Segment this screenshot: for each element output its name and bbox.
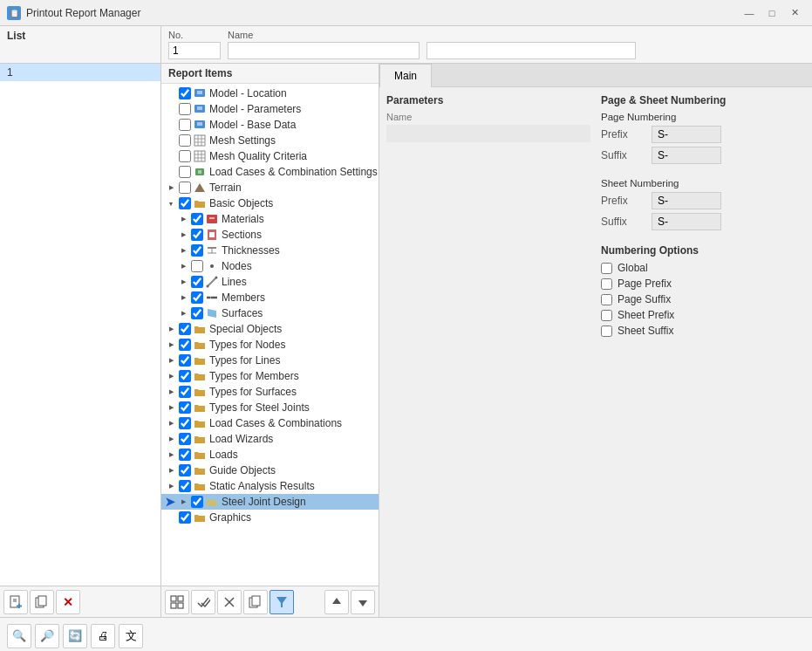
- checkbox-members[interactable]: [191, 291, 203, 304]
- find-button[interactable]: 🔎: [35, 624, 59, 648]
- tree-item-terrain[interactable]: ▶Terrain: [161, 180, 379, 195]
- move-down-button[interactable]: [351, 590, 375, 614]
- tree-item-mesh-quality[interactable]: Mesh Quality Criteria: [161, 148, 379, 164]
- tree-container[interactable]: Model - LocationModel - ParametersModel …: [161, 84, 379, 586]
- tree-item-types-nodes[interactable]: ▶Types for Nodes: [161, 337, 379, 353]
- expand-icon-guide-objects[interactable]: ▶: [165, 464, 177, 476]
- checkbox-types-nodes[interactable]: [179, 339, 191, 351]
- maximize-button[interactable]: □: [761, 3, 782, 24]
- expand-icon-load-cases-comb[interactable]: ▶: [165, 417, 177, 429]
- expand-icon-surfaces[interactable]: ▶: [177, 307, 189, 319]
- add-page-button[interactable]: [3, 590, 28, 614]
- checkbox-nodes[interactable]: [191, 260, 203, 272]
- expand-icon-nodes[interactable]: ▶: [177, 260, 189, 272]
- expand-icon-terrain[interactable]: ▶: [165, 182, 177, 194]
- move-up-button[interactable]: [324, 590, 349, 614]
- tree-item-graphics[interactable]: Graphics: [161, 510, 379, 525]
- tree-item-model-parameters[interactable]: Model - Parameters: [161, 101, 379, 117]
- checkbox-thicknesses[interactable]: [191, 244, 203, 257]
- checkbox-graphics[interactable]: [179, 511, 191, 524]
- list-item[interactable]: 1: [0, 64, 160, 81]
- checkbox-sections[interactable]: [191, 229, 203, 241]
- checkbox-terrain[interactable]: [179, 182, 191, 194]
- tree-item-basic-objects[interactable]: ▼Basic Objects: [161, 195, 379, 211]
- expand-icon-types-members[interactable]: ▶: [165, 370, 177, 382]
- expand-icon-static-analysis[interactable]: ▶: [165, 480, 177, 492]
- tree-item-load-cases[interactable]: Load Cases & Combination Settings: [161, 164, 379, 180]
- tree-item-guide-objects[interactable]: ▶Guide Objects: [161, 463, 379, 478]
- tree-item-members[interactable]: ▶IMembers: [161, 290, 379, 305]
- tree-item-sections[interactable]: ▶Sections: [161, 227, 379, 243]
- tree-item-nodes[interactable]: ▶Nodes: [161, 258, 379, 274]
- checkbox-mesh-settings[interactable]: [179, 134, 191, 147]
- numbering-checkbox-sheet-suffix[interactable]: [601, 326, 612, 337]
- checkbox-model-base-data[interactable]: [179, 119, 191, 131]
- expand-icon-thicknesses[interactable]: ▶: [177, 244, 189, 257]
- checkbox-loads[interactable]: [179, 449, 191, 461]
- numbering-checkbox-global[interactable]: [601, 263, 612, 274]
- checkbox-load-cases-comb[interactable]: [179, 417, 191, 429]
- expand-icon-types-lines[interactable]: ▶: [165, 354, 177, 367]
- checkbox-lines[interactable]: [191, 276, 203, 288]
- tree-item-types-members[interactable]: ▶Types for Members: [161, 368, 379, 384]
- checkbox-special-objects[interactable]: [179, 323, 191, 335]
- expand-icon-steel-joint[interactable]: ▶: [177, 496, 189, 508]
- expand-icon-special-objects[interactable]: ▶: [165, 323, 177, 335]
- expand-icon-sections[interactable]: ▶: [177, 229, 189, 241]
- refresh-button[interactable]: 🔄: [63, 624, 87, 648]
- checkbox-basic-objects[interactable]: [179, 197, 191, 209]
- checkbox-materials[interactable]: [191, 213, 203, 225]
- tree-item-thicknesses[interactable]: ▶Thicknesses: [161, 243, 379, 258]
- checkbox-types-members[interactable]: [179, 370, 191, 382]
- checkbox-load-wizards[interactable]: [179, 433, 191, 445]
- uncheck-all-button[interactable]: [217, 590, 242, 614]
- checkbox-model-location[interactable]: [179, 87, 191, 99]
- filter-button[interactable]: [270, 590, 294, 614]
- checkbox-steel-joint[interactable]: [191, 496, 203, 508]
- checkbox-types-lines[interactable]: [179, 354, 191, 367]
- print-button[interactable]: 🖨: [91, 624, 115, 648]
- minimize-button[interactable]: —: [739, 3, 760, 24]
- tree-item-special-objects[interactable]: ▶Special Objects: [161, 321, 379, 337]
- expand-icon-members[interactable]: ▶: [177, 291, 189, 304]
- tree-item-loads[interactable]: ▶Loads: [161, 447, 379, 463]
- tree-item-types-steel[interactable]: ▶Types for Steel Joints: [161, 400, 379, 415]
- language-button[interactable]: 文: [119, 624, 143, 648]
- checkbox-types-surfaces[interactable]: [179, 386, 191, 398]
- tree-item-steel-joint[interactable]: ➤▶Steel Joint Design: [161, 494, 379, 510]
- tree-item-load-cases-comb[interactable]: ▶Load Cases & Combinations: [161, 415, 379, 431]
- checkbox-model-parameters[interactable]: [179, 103, 191, 115]
- name-text-input[interactable]: [386, 125, 590, 142]
- check-all-button[interactable]: [191, 590, 215, 614]
- tree-item-mesh-settings[interactable]: Mesh Settings: [161, 133, 379, 148]
- numbering-checkbox-page-prefix[interactable]: [601, 278, 612, 290]
- expand-icon-basic-objects[interactable]: ▼: [165, 197, 177, 209]
- copy-page-button[interactable]: [30, 590, 54, 614]
- expand-icon-lines[interactable]: ▶: [177, 276, 189, 288]
- checkbox-load-cases[interactable]: [179, 166, 191, 178]
- tree-item-static-analysis[interactable]: ▶Static Analysis Results: [161, 478, 379, 494]
- extra-input[interactable]: [426, 42, 636, 59]
- tree-item-types-lines[interactable]: ▶Types for Lines: [161, 353, 379, 368]
- tree-item-lines[interactable]: ▶Lines: [161, 274, 379, 290]
- tree-item-model-location[interactable]: Model - Location: [161, 86, 379, 101]
- expand-icon-loads[interactable]: ▶: [165, 449, 177, 461]
- tree-item-materials[interactable]: ▶Materials: [161, 211, 379, 227]
- tree-item-surfaces[interactable]: ▶Surfaces: [161, 305, 379, 321]
- close-button[interactable]: ✕: [784, 3, 805, 24]
- search-button[interactable]: 🔍: [7, 624, 31, 648]
- expand-icon-types-steel[interactable]: ▶: [165, 401, 177, 414]
- tree-item-types-surfaces[interactable]: ▶Types for Surfaces: [161, 384, 379, 400]
- checkbox-static-analysis[interactable]: [179, 480, 191, 492]
- numbering-checkbox-page-suffix[interactable]: [601, 294, 612, 305]
- checkbox-surfaces[interactable]: [191, 307, 203, 319]
- tree-item-load-wizards[interactable]: ▶Load Wizards: [161, 431, 379, 447]
- expand-icon-load-wizards[interactable]: ▶: [165, 433, 177, 445]
- expand-all-button[interactable]: [165, 590, 189, 614]
- main-tab[interactable]: Main: [379, 64, 432, 87]
- checkbox-types-steel[interactable]: [179, 401, 191, 414]
- expand-icon-materials[interactable]: ▶: [177, 213, 189, 225]
- expand-icon-types-nodes[interactable]: ▶: [165, 339, 177, 351]
- no-input[interactable]: [168, 42, 221, 59]
- expand-icon-types-surfaces[interactable]: ▶: [165, 386, 177, 398]
